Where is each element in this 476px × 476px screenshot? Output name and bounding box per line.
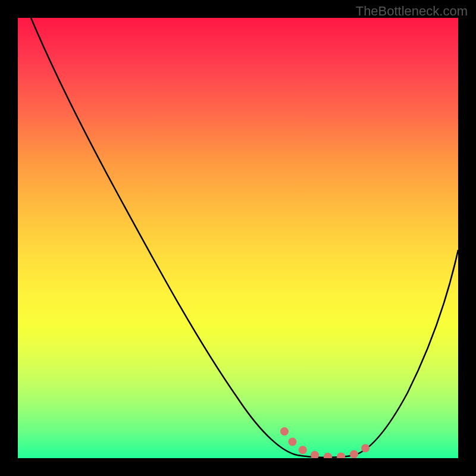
- chart-plot-area: [18, 18, 458, 458]
- watermark-text: TheBottleneck.com: [356, 4, 468, 19]
- chart-svg: [18, 18, 458, 458]
- curve-line: [31, 18, 458, 458]
